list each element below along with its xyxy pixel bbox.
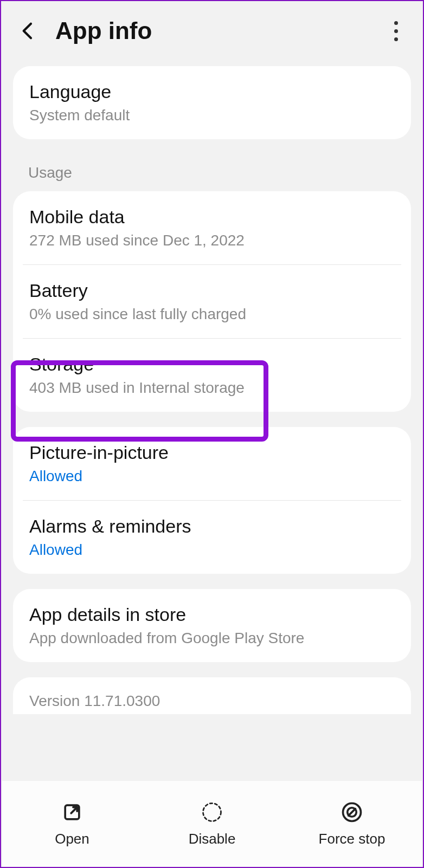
svg-line-5: [349, 809, 356, 816]
open-label: Open: [55, 831, 89, 847]
back-icon[interactable]: [17, 20, 39, 42]
version-card: Version 11.71.0300: [13, 677, 411, 714]
usage-section-label: Usage: [1, 154, 423, 191]
usage-card: Mobile data 272 MB used since Dec 1, 202…: [13, 191, 411, 412]
store-row[interactable]: App details in store App downloaded from…: [13, 589, 411, 662]
battery-row[interactable]: Battery 0% used since last fully charged: [13, 265, 411, 338]
language-card: Language System default: [13, 66, 411, 139]
header: App info: [1, 1, 423, 66]
store-title: App details in store: [29, 604, 395, 625]
mobile-data-row[interactable]: Mobile data 272 MB used since Dec 1, 202…: [13, 191, 411, 264]
disable-button[interactable]: Disable: [142, 781, 282, 867]
open-icon: [60, 800, 84, 824]
open-button[interactable]: Open: [2, 781, 142, 867]
permissions-card: Picture-in-picture Allowed Alarms & remi…: [13, 427, 411, 574]
storage-sub: 403 MB used in Internal storage: [29, 379, 395, 397]
storage-row[interactable]: Storage 403 MB used in Internal storage: [13, 339, 411, 412]
alarms-sub: Allowed: [29, 541, 395, 559]
pip-sub: Allowed: [29, 468, 395, 485]
store-card: App details in store App downloaded from…: [13, 589, 411, 662]
language-title: Language: [29, 81, 395, 102]
force-stop-button[interactable]: Force stop: [282, 781, 422, 867]
page-title: App info: [55, 17, 385, 44]
mobile-data-title: Mobile data: [29, 206, 395, 228]
battery-title: Battery: [29, 280, 395, 301]
force-stop-icon: [340, 800, 364, 824]
bottom-bar: Open Disable Force stop: [2, 780, 422, 867]
language-row[interactable]: Language System default: [13, 66, 411, 139]
disable-label: Disable: [189, 831, 236, 847]
store-sub: App downloaded from Google Play Store: [29, 630, 395, 647]
svg-point-2: [203, 804, 221, 821]
pip-row[interactable]: Picture-in-picture Allowed: [13, 427, 411, 500]
alarms-title: Alarms & reminders: [29, 516, 395, 537]
force-stop-label: Force stop: [319, 831, 386, 847]
battery-sub: 0% used since last fully charged: [29, 306, 395, 323]
disable-icon: [200, 800, 224, 824]
language-sub: System default: [29, 107, 395, 124]
alarms-row[interactable]: Alarms & reminders Allowed: [13, 501, 411, 574]
pip-title: Picture-in-picture: [29, 442, 395, 463]
mobile-data-sub: 272 MB used since Dec 1, 2022: [29, 232, 395, 249]
storage-title: Storage: [29, 354, 395, 375]
more-options-icon[interactable]: [385, 20, 407, 42]
version-text: Version 11.71.0300: [29, 692, 395, 710]
